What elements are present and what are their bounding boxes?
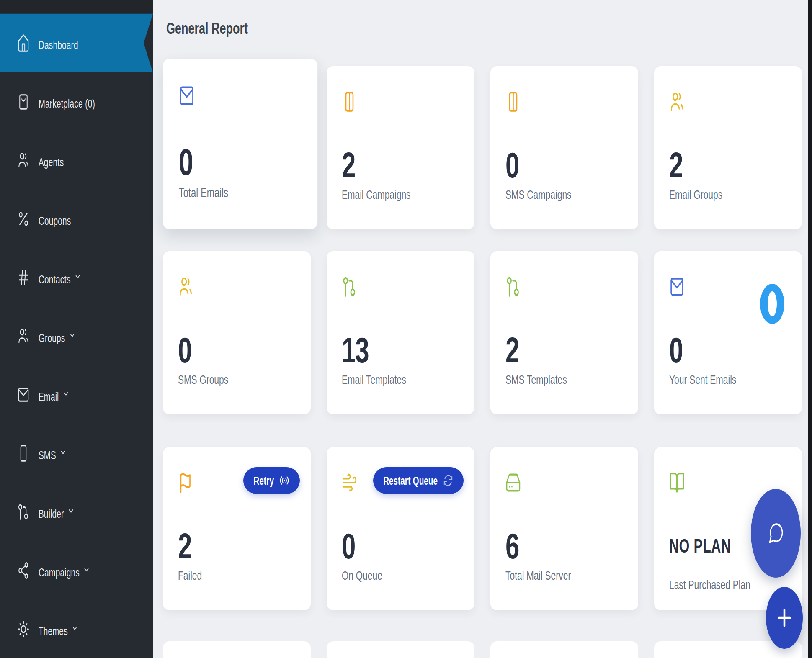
stat-label: Your Sent Emails [669,373,787,383]
stat-value: 2 [178,527,296,552]
mail-icon [179,83,302,109]
smartphone-icon [16,444,31,463]
stat-value: 0 [669,331,787,356]
stat-label: Email Campaigns [342,188,459,198]
broadcast-icon [279,473,290,488]
stat-card-sms-templates[interactable]: 2 SMS Templates [490,251,638,414]
stat-card-partial [490,641,638,658]
users-icon [16,326,31,346]
stat-card-total-mail-server[interactable]: 6 Total Mail Server [490,447,638,610]
page-title: General Report [166,20,248,33]
stat-label: Failed [178,568,296,578]
mail-icon [16,385,31,404]
stat-label: Email Templates [342,373,459,383]
hash-icon [16,268,31,287]
progress-ring [760,284,784,324]
sidebar-item-label: Campaigns [39,567,80,578]
hard-drive-icon [505,470,623,495]
sidebar-item-label: Themes [39,625,68,637]
chevron-down-icon [74,272,81,283]
chevron-down-icon [83,565,90,576]
marketplace-bag-icon [16,92,31,111]
stat-value: 0 [342,527,459,552]
stat-card-on-queue[interactable]: Restart Queue 0 On Queue [327,447,474,610]
stat-label: SMS Templates [505,373,623,383]
users-icon [669,90,787,114]
sidebar-item-groups[interactable]: Groups [0,307,153,365]
stat-card-email-templates[interactable]: 13 Email Templates [327,251,474,414]
chat-bubble-icon [768,521,784,545]
agents-users-icon [16,151,31,170]
sidebar-item-agents[interactable]: Agents [0,131,153,190]
restart-queue-button-label: Restart Queue [383,475,438,486]
sidebar-item-label: Coupons [39,215,71,226]
stat-label: Email Groups [669,188,787,198]
sidebar-item-coupons[interactable]: Coupons [0,190,153,248]
stats-row-3: Retry 2 Failed Restart Queue 0 On Queue … [163,447,802,610]
stat-card-sms-campaigns[interactable]: 0 SMS Campaigns [490,66,638,229]
stat-card-total-emails[interactable]: 0 Total Emails [163,59,317,229]
users-icon [178,275,296,299]
sidebar-nav: Dashboard Marketplace (0) Agents Coupons… [0,14,153,658]
sidebar-top-strip [0,0,153,14]
sidebar-item-email[interactable]: Email [0,365,153,424]
stat-card-your-sent-emails[interactable]: 0 Your Sent Emails [654,251,802,414]
sidebar-item-label: Groups [39,332,65,344]
stat-card-partial [163,641,311,658]
sidebar-item-builder[interactable]: Builder [0,483,153,541]
stat-label: SMS Campaigns [505,188,623,198]
stat-label: SMS Groups [178,373,296,383]
sync-icon [443,473,454,488]
chat-fab-button[interactable] [751,489,801,578]
right-edge-strip [808,0,812,658]
stat-label: Total Mail Server [505,568,623,578]
sidebar-item-marketplace[interactable]: Marketplace (0) [0,72,153,131]
plus-icon [776,605,793,630]
stat-value: 0 [505,146,623,171]
chevron-down-icon [71,623,78,635]
sidebar-item-contacts[interactable]: Contacts [0,248,153,307]
sidebar-item-campaigns[interactable]: Campaigns [0,541,153,600]
stat-value: 0 [179,142,302,168]
sidebar-item-label: Email [39,391,59,402]
columns-icon [505,90,623,114]
chevron-down-icon [59,447,67,459]
stat-value: 2 [505,331,623,356]
percent-icon [16,209,31,229]
git-branch-icon [505,275,623,299]
stat-label: Total Emails [179,185,302,196]
sidebar-item-themes[interactable]: Themes [0,600,153,658]
git-branch-icon [342,275,459,299]
stat-value: 2 [342,146,459,171]
sidebar-item-label: Marketplace (0) [39,98,95,109]
stat-label: On Queue [342,568,459,578]
sidebar-item-label: Contacts [39,274,71,285]
sun-icon [16,619,31,639]
stats-row-2: 0 SMS Groups 13 Email Templates 2 SMS Te… [163,251,802,414]
retry-button[interactable]: Retry [243,467,300,494]
chevron-down-icon [62,389,70,401]
retry-button-label: Retry [253,475,274,486]
chevron-down-icon [69,330,76,342]
sidebar-item-label: Agents [39,157,64,168]
git-branch-icon [16,502,31,522]
stat-card-email-groups[interactable]: 2 Email Groups [654,66,802,229]
stat-card-sms-groups[interactable]: 0 SMS Groups [163,251,311,414]
stat-card-failed[interactable]: Retry 2 Failed [163,447,311,610]
stat-card-email-campaigns[interactable]: 2 Email Campaigns [327,66,474,229]
columns-icon [342,90,459,114]
sidebar-item-dashboard[interactable]: Dashboard [0,14,153,72]
share-icon [16,561,31,580]
sidebar-item-label: Dashboard [39,39,78,51]
sidebar-item-label: Builder [39,508,64,519]
home-icon [16,33,31,53]
stat-value: 0 [178,331,296,356]
stat-value: 6 [505,527,623,552]
sidebar-item-sms[interactable]: SMS [0,424,153,483]
restart-queue-button[interactable]: Restart Queue [373,467,464,494]
chevron-down-icon [67,506,75,518]
stat-label: Last Purchased Plan [669,578,787,588]
add-fab-button[interactable] [766,587,803,649]
stat-value: 13 [342,331,459,356]
sidebar: Dashboard Marketplace (0) Agents Coupons… [0,0,153,658]
